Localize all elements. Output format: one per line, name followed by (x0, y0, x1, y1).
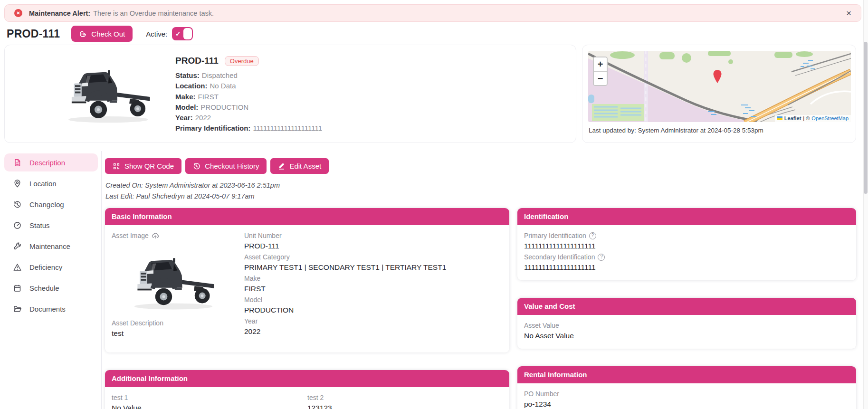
test1-value: No Value (112, 402, 307, 409)
leaflet-map[interactable]: + − Leaflet | © OpenStreetMap (588, 51, 851, 122)
summary-field-primary-id: Primary Identification:11111111111111111… (175, 123, 322, 133)
map-pin-icon (13, 180, 21, 188)
asset-detail-page: ✕ Maintenance Alert: There is an Overdue… (0, 0, 868, 409)
active-label: Active: (146, 30, 167, 38)
sidebar-item-label: Deficiency (29, 263, 62, 271)
asset-category-value: PRIMARY TEST1 | SECONDARY TEST1 | TERTIA… (244, 262, 503, 273)
map-attribution: Leaflet | © OpenStreetMap (775, 115, 851, 122)
summary-field-model: Model:PRODUCTION (175, 102, 322, 113)
summary-field-location: Location:No Data (175, 81, 322, 91)
secondary-identification-value: 11111111111111111111 (524, 262, 849, 273)
panel-title: Identification (517, 208, 856, 225)
basic-information-panel: Basic Information Asset Image Asset Desc… (105, 208, 509, 352)
upload-icon[interactable] (152, 232, 159, 239)
calendar-icon (13, 284, 21, 292)
sidebar-item-label: Changelog (29, 200, 64, 209)
sidebar-item-label: Description (29, 159, 65, 167)
gauge-icon (13, 221, 21, 229)
show-qr-code-button[interactable]: Show QR Code (105, 158, 181, 174)
sidebar-item-label: Schedule (29, 284, 59, 292)
openstreetmap-link[interactable]: OpenStreetMap (811, 115, 849, 121)
overdue-badge: Overdue (225, 56, 259, 66)
asset-summary-info: PROD-111 Overdue Status:Dispatched Locat… (175, 56, 322, 134)
qr-code-icon (113, 162, 120, 170)
sidebar-item-documents[interactable]: Documents (4, 300, 98, 318)
zoom-in-button[interactable]: + (594, 57, 607, 71)
summary-field-make: Make:FIRST (175, 92, 322, 102)
zoom-out-button[interactable]: − (594, 71, 607, 85)
po-number-value: po-1234 (524, 399, 849, 409)
sidebar-item-label: Location (29, 180, 57, 188)
test2-value: 123123 (307, 402, 503, 409)
summary-asset-id: PROD-111 (175, 56, 219, 66)
wrench-icon (13, 242, 21, 250)
last-edit-text: Last Edit: Paul Shchedryn at 2024-05-07 … (105, 192, 255, 200)
model-value: PRODUCTION (244, 304, 503, 315)
make-value: FIRST (244, 283, 503, 294)
asset-summary-card: PROD-111 Overdue Status:Dispatched Locat… (4, 45, 576, 143)
active-toggle[interactable]: ✓ (172, 27, 193, 40)
alert-title: Maintenance Alert: (29, 10, 90, 17)
rental-information-panel: Rental Information PO Number po-1234 Ren… (517, 366, 856, 409)
scrollbar-thumb[interactable] (864, 42, 868, 194)
sidebar-item-label: Status (29, 221, 50, 229)
close-icon[interactable]: × (846, 9, 851, 18)
check-out-icon (79, 30, 87, 38)
map-zoom-control: + − (593, 57, 608, 86)
summary-field-year: Year:2022 (175, 113, 322, 123)
value-and-cost-panel: Value and Cost Asset Value No Asset Valu… (517, 298, 856, 349)
map-card: + − Leaflet | © OpenStreetMap Last updat… (582, 45, 856, 143)
asset-description-value: test (112, 328, 244, 339)
asset-image-label: Asset Image (112, 231, 149, 240)
edit-asset-button[interactable]: Edit Asset (270, 158, 329, 174)
check-icon: ✓ (175, 30, 181, 38)
warning-icon (13, 263, 21, 271)
additional-information-panel: Additional Information test 1 No Value t… (105, 370, 509, 409)
sidebar-item-changelog[interactable]: Changelog (4, 195, 98, 213)
sidebar-item-label: Documents (29, 305, 66, 313)
pencil-icon (278, 162, 285, 170)
unit-number-value: PROD-111 (244, 240, 503, 251)
check-out-label: Check Out (91, 30, 125, 38)
checkout-history-button[interactable]: Checkout History (185, 158, 267, 174)
asset-photo-truck (127, 244, 220, 315)
sidebar-item-label: Maintenance (29, 242, 70, 250)
maintenance-alert-banner: ✕ Maintenance Alert: There is an Overdue… (4, 4, 861, 22)
sidebar-item-deficiency[interactable]: Deficiency (4, 258, 98, 276)
page-header: PROD-111 Check Out Active: ✓ (7, 25, 193, 43)
leaflet-link[interactable]: Leaflet (784, 115, 801, 121)
asset-description-label: Asset Description (112, 318, 163, 328)
action-toolbar: Show QR Code Checkout History Edit Asset (105, 158, 329, 174)
sidebar: Description Location Changelog Status Ma… (4, 153, 98, 321)
sidebar-item-location[interactable]: Location (4, 174, 98, 192)
check-out-button[interactable]: Check Out (71, 26, 133, 42)
sidebar-item-status[interactable]: Status (4, 216, 98, 234)
panel-title: Additional Information (105, 370, 509, 387)
alert-error-icon: ✕ (14, 9, 22, 17)
asset-value-value: No Asset Value (524, 330, 849, 341)
help-icon[interactable]: ? (598, 254, 605, 261)
right-panel-column: Identification Primary Identification ? … (517, 208, 856, 409)
sidebar-item-schedule[interactable]: Schedule (4, 279, 98, 297)
page-title: PROD-111 (7, 28, 60, 40)
sidebar-item-description[interactable]: Description (4, 153, 98, 171)
created-on-text: Created On: System Administrator at 2023… (105, 181, 280, 189)
clock-history-icon (193, 162, 200, 170)
panel-title: Value and Cost (517, 298, 856, 315)
primary-identification-value: 11111111111111111111 (524, 240, 849, 251)
history-icon (13, 200, 21, 209)
folder-icon (13, 305, 21, 313)
file-icon (13, 159, 21, 167)
panel-title: Rental Information (517, 366, 856, 383)
help-icon[interactable]: ? (589, 232, 596, 239)
sidebar-divider (101, 151, 102, 409)
toggle-knob (183, 28, 192, 39)
left-panel-column: Basic Information Asset Image Asset Desc… (105, 208, 509, 409)
sidebar-item-maintenance[interactable]: Maintenance (4, 237, 98, 255)
identification-panel: Identification Primary Identification ? … (517, 208, 856, 280)
map-tiles (588, 51, 851, 122)
summary-field-status: Status:Dispatched (175, 70, 322, 81)
ukraine-flag-icon (777, 116, 782, 120)
map-last-updated: Last updated by: System Administrator at… (589, 127, 763, 134)
year-value: 2022 (244, 326, 503, 337)
